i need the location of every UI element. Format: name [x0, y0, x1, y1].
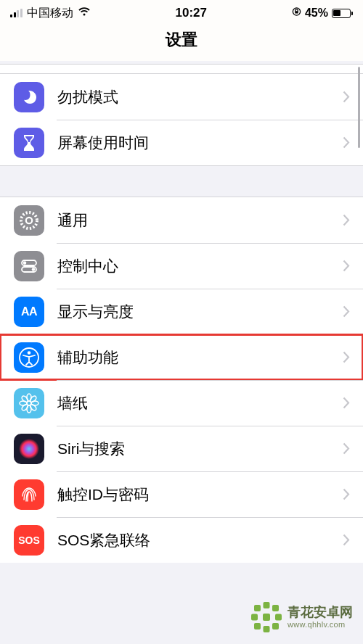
svg-rect-21	[254, 605, 261, 611]
row-label: 显示与亮度	[57, 302, 343, 322]
carrier-label: 中国移动	[27, 6, 73, 21]
svg-rect-20	[263, 614, 270, 621]
chevron-right-icon	[343, 351, 350, 363]
partial-row-top	[0, 64, 363, 74]
row-siri[interactable]: Siri与搜索	[0, 426, 363, 471]
hourglass-icon	[14, 128, 44, 158]
watermark-url: www.qhhlv.com	[287, 620, 353, 629]
row-general[interactable]: 通用	[0, 197, 363, 243]
chevron-right-icon	[343, 136, 350, 149]
fingerprint-icon	[14, 479, 44, 510]
chevron-right-icon	[343, 260, 350, 272]
chevron-right-icon	[343, 488, 350, 500]
svg-rect-28	[275, 614, 282, 621]
svg-rect-24	[272, 623, 279, 629]
row-dnd[interactable]: 勿扰模式	[0, 74, 363, 120]
accessibility-icon	[14, 342, 44, 373]
text-size-icon: AA	[14, 297, 44, 327]
chevron-right-icon	[343, 214, 350, 226]
row-accessibility[interactable]: 辅助功能	[0, 334, 363, 380]
svg-point-18	[21, 403, 29, 411]
page-title: 设置	[0, 29, 363, 51]
sos-icon: SOS	[14, 525, 44, 556]
row-label: SOS紧急联络	[57, 530, 343, 550]
svg-point-7	[32, 268, 36, 271]
toggles-icon	[14, 251, 44, 281]
row-control-center[interactable]: 控制中心	[0, 243, 363, 289]
status-time: 10:27	[175, 6, 206, 20]
row-screentime[interactable]: 屏幕使用时间	[0, 120, 363, 165]
svg-rect-22	[272, 605, 279, 611]
section-focus: 勿扰模式 屏幕使用时间	[0, 74, 363, 166]
svg-point-15	[21, 395, 29, 402]
row-label: 触控ID与密码	[57, 484, 343, 505]
svg-point-19	[19, 439, 39, 459]
svg-point-3	[26, 217, 32, 223]
flower-icon	[14, 388, 44, 418]
row-sos[interactable]: SOS SOS紧急联络	[0, 517, 363, 563]
row-label: 勿扰模式	[57, 87, 343, 107]
sos-text: SOS	[18, 534, 40, 546]
svg-point-5	[23, 261, 27, 265]
watermark-logo-icon	[250, 600, 283, 634]
row-label: 通用	[57, 210, 343, 231]
row-label: 墙纸	[57, 393, 343, 413]
chevron-right-icon	[343, 534, 350, 546]
row-label: 辅助功能	[57, 347, 343, 368]
status-right: 45%	[292, 7, 353, 20]
svg-point-2	[21, 212, 37, 228]
row-label: 控制中心	[57, 256, 343, 276]
gear-icon	[14, 205, 44, 236]
chevron-right-icon	[343, 442, 350, 455]
svg-rect-27	[251, 614, 258, 621]
page-header: 设置	[0, 25, 363, 61]
svg-rect-23	[254, 623, 261, 629]
svg-rect-25	[264, 602, 270, 608]
wifi-icon	[78, 6, 91, 20]
scroll-indicator[interactable]	[358, 67, 360, 148]
aa-text: AA	[21, 305, 37, 318]
chevron-right-icon	[343, 91, 350, 103]
status-bar: 中国移动 10:27 45%	[0, 0, 363, 25]
row-touchid[interactable]: 触控ID与密码	[0, 471, 363, 517]
svg-point-16	[29, 403, 37, 411]
svg-rect-26	[264, 626, 270, 632]
watermark-title: 青花安卓网	[287, 605, 353, 620]
svg-point-17	[29, 395, 37, 402]
battery-icon	[332, 9, 353, 18]
siri-icon	[14, 434, 44, 464]
row-display[interactable]: AA 显示与亮度	[0, 289, 363, 334]
chevron-right-icon	[343, 305, 350, 318]
signal-icon	[10, 9, 23, 17]
orientation-lock-icon	[292, 7, 301, 20]
row-label: Siri与搜索	[57, 439, 343, 459]
section-general: 通用 控制中心 AA 显示与亮度 辅助功能 墙纸 Siri与搜索	[0, 197, 363, 563]
svg-rect-1	[295, 11, 298, 13]
moon-icon	[14, 82, 44, 112]
row-wallpaper[interactable]: 墙纸	[0, 380, 363, 426]
battery-percent: 45%	[305, 7, 328, 20]
watermark: 青花安卓网 www.qhhlv.com	[250, 600, 353, 634]
status-left: 中国移动	[10, 6, 91, 21]
chevron-right-icon	[343, 397, 350, 409]
row-label: 屏幕使用时间	[57, 133, 343, 153]
svg-point-9	[28, 351, 31, 355]
